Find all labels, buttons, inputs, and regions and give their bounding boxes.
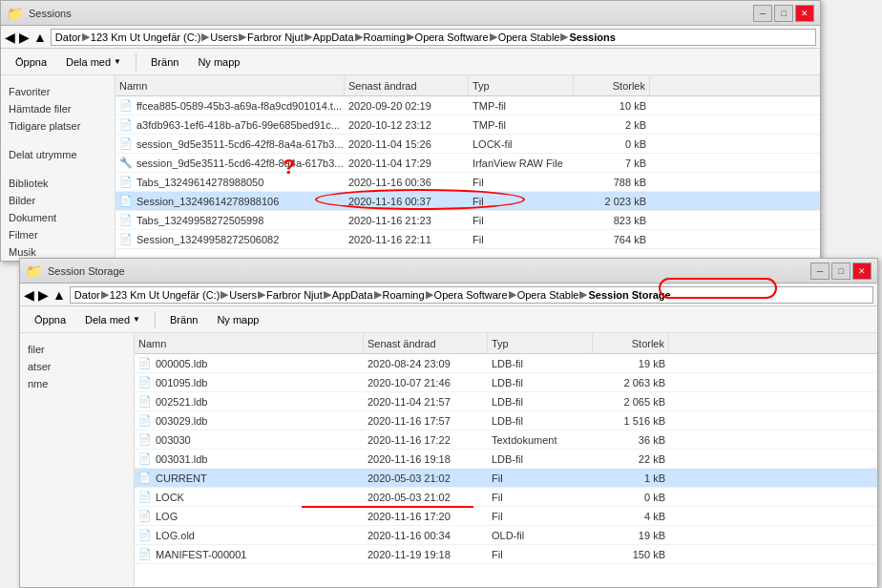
file-icon: 📄 [138,376,152,388]
sidebar-filmer[interactable]: Filmer [1,226,115,243]
file-size: 0 kB [574,138,650,150]
titlebar-text2: Session Storage [48,265,810,277]
burn-button2[interactable]: Bränn [161,311,206,328]
sidebar-favoriter[interactable]: Favoriter [1,83,115,100]
table-row[interactable]: 📄 LOG.old 2020-11-16 00:34 OLD-fil 19 kB [135,526,877,545]
path2-user: Farbror Njut [266,289,323,301]
col-size2[interactable]: Storlek [593,333,669,353]
path2-appdata: AppData [332,289,373,301]
file-size: 4 kB [593,511,669,522]
table-row[interactable]: 📄 003029.ldb 2020-11-16 17:57 LDB-fil 1 … [135,411,877,430]
maximize-button2[interactable]: □ [831,262,850,280]
table-row[interactable]: 📄 MANIFEST-000001 2020-11-19 19:18 Fil 1… [135,545,877,564]
table-row[interactable]: 🔧 session_9d5e3511-5cd6-42f8-8a4a-617b3.… [116,154,820,173]
close-button[interactable]: ✕ [795,5,814,22]
table-row[interactable]: 📄 001095.ldb 2020-10-07 21:46 LDB-fil 2 … [135,373,877,392]
file-date: 2020-11-04 21:57 [364,396,488,408]
col-size[interactable]: Storlek [574,75,650,95]
file-size: 2 063 kB [593,377,669,388]
table-row[interactable]: 📄 LOCK 2020-05-03 21:02 Fil 0 kB [135,488,877,507]
sidebar-filer[interactable]: filer [20,341,134,358]
sidebar-hamtade[interactable]: Hämtade filer [1,100,115,117]
sidebar-nme[interactable]: nme [20,375,134,392]
burn-button[interactable]: Bränn [142,53,187,71]
file-size: 2 065 kB [593,396,669,408]
col-date2[interactable]: Senast ändrad [364,333,488,353]
file-name: LOG [156,511,178,522]
sidebar-tidigare[interactable]: Tidigare platser [1,117,115,135]
file-type: OLD-fil [488,530,593,541]
file-icon: 📄 [119,233,133,245]
table-row[interactable]: 📄 003031.ldb 2020-11-16 19:18 LDB-fil 22… [135,450,877,469]
table-row[interactable]: 📄 Tabs_13249614278988050 2020-11-16 00:3… [116,173,820,192]
table-row[interactable]: 📄 CURRENT 2020-05-03 21:02 Fil 1 kB [135,469,877,488]
file-type: Fil [469,215,574,226]
forward-icon[interactable]: ▶ [19,30,30,45]
up-icon2[interactable]: ▲ [52,287,66,303]
file-list-storage: Namn Senast ändrad Typ Storlek 📄 000005.… [135,333,877,587]
share-button2[interactable]: Dela med ▼ [76,311,149,328]
table-row[interactable]: 📄 Session_13249614278988106 2020-11-16 0… [116,192,820,211]
forward-icon2[interactable]: ▶ [38,287,49,303]
file-type: Fil [469,234,574,245]
new-folder-button2[interactable]: Ny mapp [208,311,267,328]
file-area-storage: filer atser nme Namn Senast ändrad Typ S… [20,333,877,587]
open-button[interactable]: Öppna [7,53,55,71]
close-button2[interactable]: ✕ [852,262,872,280]
file-name: MANIFEST-000001 [156,549,246,560]
col-type[interactable]: Typ [469,75,574,95]
file-icon: 📄 [119,176,133,188]
file-date: 2020-11-16 17:57 [364,415,488,427]
addressbar-sessions: ◀ ▶ ▲ Dator ▶ 123 Km Ut Ungefär (C:) ▶ U… [1,26,820,49]
table-row[interactable]: 📄 ffcea885-0589-45b3-a69a-f8a9cd901014.t… [116,96,820,116]
address-path2[interactable]: Dator ▶ 123 Km Ut Ungefär (C:) ▶ Users ▶… [70,286,873,304]
table-row[interactable]: 📄 a3fdb963-1ef6-418b-a7b6-99e685bed91c..… [116,116,820,135]
sidebar-delat[interactable]: Delat utrymme [1,146,115,163]
col-namn2[interactable]: Namn [135,333,364,353]
share-button[interactable]: Dela med ▼ [57,53,130,71]
file-icon: 📄 [119,195,133,207]
table-row[interactable]: 📄 002521.ldb 2020-11-04 21:57 LDB-fil 2 … [135,392,877,411]
file-type: TMP-fil [469,100,574,112]
up-icon[interactable]: ▲ [33,30,47,45]
path2-roaming: Roaming [383,289,425,301]
open-button2[interactable]: Öppna [26,311,74,328]
window-controls: ─ □ ✕ [753,5,814,22]
table-row[interactable]: 📄 Tabs_13249958272505998 2020-11-16 21:2… [116,211,820,230]
minimize-button[interactable]: ─ [753,5,772,22]
addressbar-storage: ◀ ▶ ▲ Dator ▶ 123 Km Ut Ungefär (C:) ▶ U… [20,284,877,306]
back-icon2[interactable]: ◀ [24,287,34,303]
sidebar-bilder[interactable]: Bilder [1,192,115,209]
file-name: Tabs_13249958272505998 [136,215,263,226]
sidebar-bibliotek[interactable]: Bibliotek [1,175,115,192]
path-sessions: Sessions [569,32,615,43]
minimize-button2[interactable]: ─ [810,262,830,280]
titlebar-storage: 📁 Session Storage ─ □ ✕ [20,259,877,284]
sidebar-atser[interactable]: atser [20,358,134,375]
table-row[interactable]: 📄 003030 2020-11-16 17:22 Textdokument 3… [135,430,877,450]
file-date: 2020-11-16 00:34 [364,530,488,541]
folder-icon2: 📁 [26,263,42,279]
back-icon[interactable]: ◀ [5,30,15,45]
new-folder-button[interactable]: Ny mapp [189,53,248,71]
file-size: 10 kB [574,100,650,112]
file-icon: 📄 [138,510,152,522]
col-type2[interactable]: Typ [488,333,593,353]
col-namn[interactable]: Namn [116,75,345,95]
table-row[interactable]: 📄 Session_13249958272506082 2020-11-16 2… [116,230,820,249]
table-row[interactable]: 📄 LOG 2020-11-16 17:20 Fil 4 kB [135,507,877,526]
sidebar-dokument[interactable]: Dokument [1,209,115,226]
table-row[interactable]: 📄 session_9d5e3511-5cd6-42f8-8a4a-617b3.… [116,135,820,154]
maximize-button[interactable]: □ [774,5,793,22]
col-headers-sessions: Namn Senast ändrad Typ Storlek [116,75,820,96]
col-date[interactable]: Senast ändrad [345,75,469,95]
file-type: LDB-fil [488,358,593,369]
address-path[interactable]: Dator ▶ 123 Km Ut Ungefär (C:) ▶ Users ▶… [51,29,816,46]
file-name: 002521.ldb [156,396,207,408]
file-name: session_9d5e3511-5cd6-42f8-8a4a-617b3... [136,158,344,169]
file-type: Textdokument [488,434,593,446]
file-name: 001095.ldb [156,377,207,388]
toolbar-sep2 [155,311,156,328]
table-row[interactable]: 📄 000005.ldb 2020-08-24 23:09 LDB-fil 19… [135,354,877,373]
file-date: 2020-10-07 21:46 [364,377,488,388]
